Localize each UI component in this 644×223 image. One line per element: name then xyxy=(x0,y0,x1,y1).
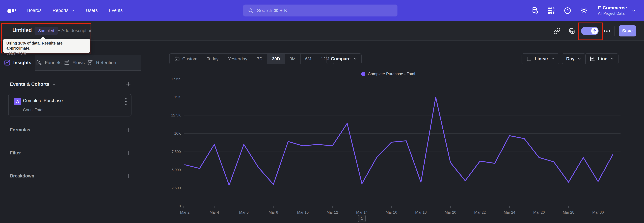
x-axis-label: Mar 24 xyxy=(498,210,521,214)
event-menu-kebab-icon[interactable] xyxy=(125,98,127,105)
insights-report-page: Boards Reports Users Events Search ⌘ + K xyxy=(0,0,644,223)
query-builder-panel: Insights Funnels Flows xyxy=(0,41,142,223)
chevron-down-icon xyxy=(70,9,75,13)
x-axis-label: Mar 8 xyxy=(262,210,285,214)
x-axis-label: Mar 28 xyxy=(557,210,580,214)
tab-insights[interactable]: Insights xyxy=(0,55,36,71)
chevron-down-icon xyxy=(52,82,56,86)
breakdown-section-row: Breakdown xyxy=(10,171,131,181)
nav-links: Boards Reports Users Events xyxy=(27,8,122,13)
search-input[interactable]: Search ⌘ + K xyxy=(243,5,398,17)
project-scope: All Project Data xyxy=(598,11,627,16)
project-switcher[interactable]: E-Commerce All Project Data xyxy=(596,5,636,16)
x-axis-label: Mar 18 xyxy=(409,210,433,214)
top-nav: Boards Reports Users Events Search ⌘ + K xyxy=(0,0,644,21)
report-type-tabs: Insights Funnels Flows xyxy=(0,55,141,71)
nav-item-boards[interactable]: Boards xyxy=(27,8,42,13)
funnels-icon xyxy=(36,59,42,66)
event-name[interactable]: Complete Purchase xyxy=(23,98,63,103)
nav-item-label: Reports xyxy=(53,8,68,13)
filter-section-row: Filter xyxy=(10,148,131,158)
tab-label: Insights xyxy=(13,60,31,65)
project-name: E-Commerce xyxy=(598,5,627,11)
copy-link-icon[interactable] xyxy=(554,27,560,34)
x-axis-label: Mar 12 xyxy=(321,210,344,214)
x-axis-label: Mar 22 xyxy=(468,210,492,214)
events-cohorts-label: Events & Cohorts xyxy=(10,81,49,87)
tab-label: Retention xyxy=(96,60,116,65)
x-axis-label: Mar 26 xyxy=(527,210,551,214)
y-axis-label: 12.5K xyxy=(156,113,181,118)
add-breakdown-button[interactable] xyxy=(125,173,131,179)
search-placeholder: Search ⌘ + K xyxy=(257,8,287,13)
x-axis-label: Mar 2 xyxy=(173,210,196,214)
filter-label: Filter xyxy=(10,150,21,156)
series-line-complete-purchase-total[interactable] xyxy=(185,97,613,185)
nav-item-reports[interactable]: Reports xyxy=(53,8,75,13)
tabstrip-filler xyxy=(117,55,141,71)
formulas-section-row: Formulas xyxy=(10,125,131,135)
y-axis-label: 7,500 xyxy=(156,150,181,154)
y-axis-label: 10K xyxy=(156,131,181,136)
y-axis-label: 15K xyxy=(156,95,181,99)
events-cohorts-header[interactable]: Events & Cohorts xyxy=(10,81,56,87)
x-axis-label: Mar 30 xyxy=(586,210,610,214)
y-axis-label: 2,500 xyxy=(156,186,181,190)
annotation-marker-1[interactable]: 1 xyxy=(358,215,366,222)
add-to-board-icon[interactable] xyxy=(568,27,575,34)
y-axis-label: 0 xyxy=(156,204,181,208)
header-divider xyxy=(614,26,615,36)
add-filter-button[interactable] xyxy=(125,150,131,156)
nav-item-users[interactable]: Users xyxy=(86,8,98,13)
help-icon[interactable]: ? xyxy=(564,7,572,15)
event-card[interactable]: A Complete Purchase Count Total xyxy=(8,94,132,117)
annotation-red-box-toggle xyxy=(578,23,603,40)
x-axis-label: Mar 20 xyxy=(439,210,462,214)
chart-panel: Custom Today Yesterday 7D 30D 3M 6M 12M … xyxy=(142,41,644,223)
tab-label: Flows xyxy=(72,60,85,65)
formulas-label: Formulas xyxy=(10,127,30,133)
event-metric[interactable]: Count Total xyxy=(23,107,43,112)
report-header: Untitled Sampled + Add description... xyxy=(0,21,644,41)
chevron-down-icon xyxy=(631,8,636,13)
x-axis-label: Mar 10 xyxy=(291,210,314,214)
retention-icon xyxy=(87,59,94,66)
line-chart[interactable] xyxy=(142,41,644,223)
add-event-button[interactable] xyxy=(125,81,131,87)
breakdown-label: Breakdown xyxy=(10,173,34,179)
x-axis-label: Mar 16 xyxy=(380,210,403,214)
y-axis-label: 5,000 xyxy=(156,168,181,172)
nav-item-label: Boards xyxy=(27,8,42,13)
x-axis-label: Mar 6 xyxy=(232,210,256,214)
flows-icon xyxy=(64,59,70,66)
data-management-icon[interactable] xyxy=(531,7,539,15)
insights-icon xyxy=(4,59,10,66)
apps-grid-icon[interactable] xyxy=(548,7,555,14)
settings-gear-icon[interactable] xyxy=(580,7,588,15)
tab-flows[interactable]: Flows xyxy=(62,55,86,71)
nav-item-label: Events xyxy=(109,8,123,13)
search-icon xyxy=(248,8,254,14)
more-options-icon[interactable] xyxy=(603,30,611,32)
y-axis-label: 17.5K xyxy=(156,77,181,81)
tab-label: Funnels xyxy=(45,60,62,65)
x-axis-label: Mar 14 xyxy=(350,210,374,214)
nav-item-label: Users xyxy=(86,8,98,13)
mixpanel-logo-icon[interactable] xyxy=(7,7,17,15)
x-axis-label: Mar 4 xyxy=(202,210,226,214)
annotation-red-box-title xyxy=(1,23,92,53)
event-series-badge: A xyxy=(14,98,21,105)
project-info: E-Commerce All Project Data xyxy=(598,5,627,16)
events-cohorts-header-row: Events & Cohorts xyxy=(10,79,131,89)
save-button[interactable]: Save xyxy=(619,25,636,37)
tab-retention[interactable]: Retention xyxy=(86,55,117,71)
svg-text:?: ? xyxy=(566,8,569,13)
nav-item-events[interactable]: Events xyxy=(109,8,123,13)
add-formula-button[interactable] xyxy=(125,127,131,133)
nav-right-cluster: ? E-Commerce All Project Data xyxy=(531,0,636,21)
tab-funnels[interactable]: Funnels xyxy=(36,55,62,71)
